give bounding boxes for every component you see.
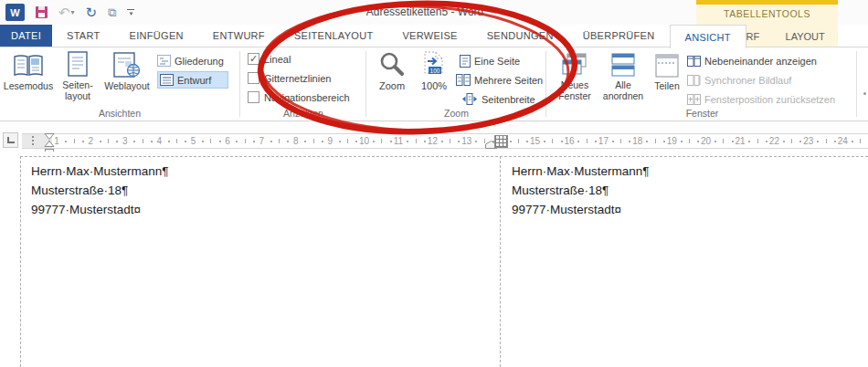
undo-button[interactable]: ↶ ▾ <box>53 3 80 23</box>
address-line: Herrn·Max·Mustermann¶ <box>31 162 169 181</box>
ruler-tick <box>834 141 836 142</box>
checkbox-checked-icon: ✓ <box>248 53 259 65</box>
eine-seite-button[interactable]: Eine Seite <box>460 52 520 69</box>
navigationsbereich-checkbox[interactable]: Navigationsbereich <box>248 89 350 105</box>
ruler-tick <box>766 141 767 142</box>
web-layout-icon <box>113 50 141 78</box>
ruler-tick <box>852 141 853 142</box>
group-separator <box>545 51 546 117</box>
reset-window-position-icon <box>687 94 701 105</box>
copy-pages-icon: ⧉ <box>108 5 116 20</box>
horizontal-ruler[interactable]: 123456789101112131415161718192021222324 <box>22 133 868 149</box>
ruler-tick <box>757 139 758 143</box>
teilen-button[interactable]: Teilen <box>649 50 685 101</box>
new-window-icon <box>562 50 587 77</box>
ruler-tick <box>612 141 614 142</box>
lineal-label: Lineal <box>264 54 291 65</box>
ruler-tick <box>561 141 563 142</box>
tab-verweise[interactable]: VERWEISE <box>387 25 471 47</box>
tab-ueberpruefen[interactable]: ÜBERPRÜFEN <box>568 25 670 47</box>
document-draft-view[interactable]: Herrn·Max·Mustermann¶ Musterstraße·18¶ 9… <box>0 152 868 367</box>
ruler-tick <box>210 139 211 143</box>
tab-stop-selector[interactable] <box>3 132 18 148</box>
tab-ansicht[interactable]: ANSICHT <box>670 25 746 48</box>
window-title: Adressetiketten5 - Word <box>265 5 585 18</box>
group-label-anzeigen: Anzeigen <box>242 108 365 119</box>
tab-entwurf[interactable]: ENTWURF <box>198 25 280 47</box>
ruler-number: 20 <box>701 136 711 146</box>
synchroner-bildlauf-label: Synchroner Bildlauf <box>704 75 791 86</box>
lesemodus-button[interactable]: Lesemodus <box>4 50 53 101</box>
address-line: Herrn·Max·Mustermann¶ <box>512 162 650 181</box>
nebeneinander-anzeigen-button[interactable]: Nebeneinander anzeigen <box>687 52 817 69</box>
ruler-tick <box>100 141 101 142</box>
ribbon: Lesemodus Seiten- layout Weblayout <box>0 47 868 121</box>
quick-access-toolbar: W ↶ ▾ ↻ ⧉ ▾ <box>0 0 140 25</box>
ruler-tick <box>143 139 143 143</box>
alle-anordnen-button[interactable]: Alle anordnen <box>599 50 647 101</box>
ruler-number: 12 <box>428 136 438 146</box>
address-label-cell[interactable]: Herrn·Max·Mustermann¶ Musterstraße·18¶ 9… <box>31 162 169 219</box>
lineal-checkbox[interactable]: ✓ Lineal <box>248 51 291 67</box>
ruler-tick <box>544 141 545 142</box>
ruler-tick <box>108 139 109 143</box>
ruler-number: 22 <box>769 136 779 146</box>
ruler-start-ticks <box>32 136 34 146</box>
ruler-tick <box>655 139 656 143</box>
tab-datei[interactable]: DATEI <box>0 25 52 47</box>
ruler-tick <box>552 139 553 143</box>
seitenbreite-button[interactable]: Seitenbreite <box>461 90 535 108</box>
outline-view-icon <box>157 55 171 67</box>
tab-sendungen[interactable]: SENDUNGEN <box>472 25 568 47</box>
read-mode-icon <box>13 50 44 78</box>
ruler-tick <box>347 139 348 143</box>
tab-einfuegen[interactable]: EINFÜGEN <box>115 25 198 47</box>
tabletools-gold-strip <box>696 0 838 5</box>
ruler-tick <box>185 141 186 142</box>
save-button[interactable] <box>30 3 53 23</box>
ruler-tick <box>287 141 289 142</box>
navigationsbereich-label: Navigationsbereich <box>264 92 350 103</box>
synchronous-scrolling-icon <box>687 75 701 86</box>
ruler-tick <box>510 141 512 142</box>
table-column-marker[interactable] <box>494 135 508 148</box>
ruler-tick <box>577 141 579 142</box>
gitternetzlinien-checkbox[interactable]: Gitternetzlinien <box>248 70 331 86</box>
ruler-tick <box>176 139 177 143</box>
group-separator <box>856 51 857 117</box>
neues-fenster-label: Neues Fenster <box>558 79 591 101</box>
ruler-number: 3 <box>122 136 128 146</box>
ruler-number: 16 <box>564 136 574 146</box>
ruler-tick <box>65 141 67 142</box>
address-label-cell[interactable]: Herrn·Max·Mustermann¶ Musterstraße·18¶ 9… <box>512 162 650 219</box>
seitenlayout-label: Seiten- layout <box>62 79 92 101</box>
redo-button[interactable]: ↻ <box>80 3 103 23</box>
ruler-tick <box>595 141 597 142</box>
group-label-ansichten: Ansichten <box>0 108 239 119</box>
qat-customize-button[interactable]: ▾ <box>122 3 140 23</box>
zoom-button[interactable]: Zoom <box>371 50 413 101</box>
weblayout-button[interactable]: Weblayout <box>101 50 153 101</box>
ruler-tick <box>355 141 357 142</box>
save-icon <box>36 6 48 18</box>
mehrere-seiten-button[interactable]: Mehrere Seiten <box>456 71 543 89</box>
table-border-middle <box>500 156 501 367</box>
weblayout-label: Weblayout <box>104 80 149 91</box>
gliederung-button[interactable]: Gliederung <box>157 52 224 69</box>
gliederung-label: Gliederung <box>175 56 224 67</box>
seitenlayout-button[interactable]: Seiten- layout <box>55 50 101 101</box>
redo-icon: ↻ <box>86 5 98 21</box>
ruler-tick <box>791 139 792 143</box>
entwurf-view-button[interactable]: Entwurf <box>157 71 228 89</box>
ruler-tick <box>518 139 519 143</box>
ruler-number: 18 <box>632 136 642 146</box>
zoom-100-button[interactable]: 100 100% <box>413 50 455 101</box>
word-app-icon[interactable]: W <box>0 3 30 23</box>
tab-start[interactable]: START <box>52 25 115 47</box>
tab-seitenlayout[interactable]: SEITENLAYOUT <box>280 25 388 47</box>
neues-fenster-button[interactable]: Neues Fenster <box>552 50 598 101</box>
copy-command-button[interactable]: ⧉ <box>102 3 122 23</box>
ruler-tick <box>689 139 690 143</box>
ruler-tick <box>202 141 204 142</box>
ruler-number: 5 <box>191 136 196 146</box>
